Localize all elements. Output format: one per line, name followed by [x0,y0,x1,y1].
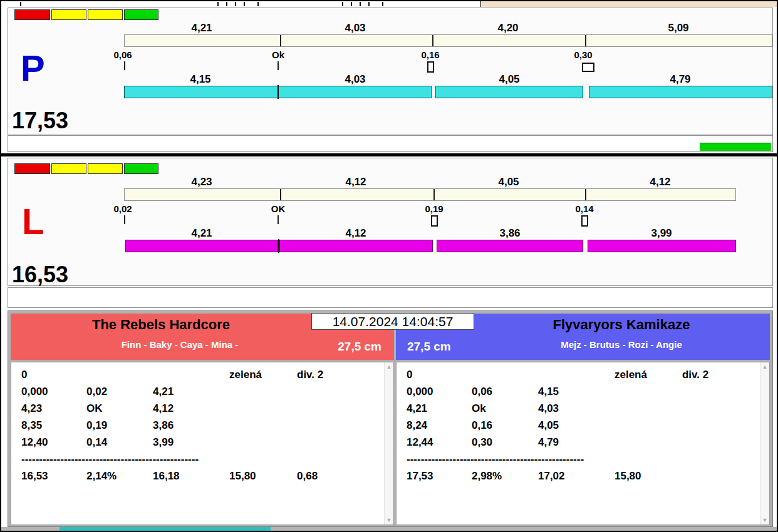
team-name-right: Flyvaryors Kamikaze [471,317,772,333]
division-value: div. 2 [297,366,323,383]
toolbar-tick [351,2,352,6]
light-red[interactable] [14,9,50,20]
lane-l-meter-bar [124,188,736,201]
lane-l-letter: L [22,204,44,239]
team-name-left: The Rebels Hardcore [11,317,311,333]
toolbar-tick [382,2,383,6]
result-header-row: 0zelenádiv. 2 [397,366,769,383]
scrollbar[interactable]: ▲ ▼ [760,362,769,524]
lane-p-run-bar-1 [124,86,278,98]
result-row: 0,0000,064,15 [397,383,769,400]
lane-l-interval-2: 4,12 [312,176,400,188]
lane-panel-p: 4,21 4,03 4,20 5,09 0,06 Ok 0,16 0,30 4,… [8,8,773,135]
light-yellow-1[interactable] [51,163,86,174]
status-value: 0 [407,366,472,383]
light-green[interactable] [124,9,158,20]
meter-divider [432,35,433,46]
toolbar-tick [217,2,219,6]
toolbar-tick [244,2,245,6]
meter-divider [585,189,586,200]
lane-p-mark-1: 0,06 [91,49,154,60]
status-value: 0 [21,366,86,383]
lane-l-total-time: 16,53 [12,262,68,287]
lane-p-fault-box-1[interactable] [427,61,434,73]
run-bar-divider [278,239,279,253]
scroll-down-icon[interactable]: ▼ [760,517,769,523]
results-panel: The Rebels Hardcore Finn - Baky - Caya -… [8,310,773,527]
lane-l-run-bar-3 [437,240,583,252]
lane-p-status-row [8,135,773,152]
lane-l-fault-box-1[interactable] [431,215,438,227]
lane-l-interval-3: 4,05 [465,176,552,188]
lane-p-interval-3: 4,20 [464,22,552,34]
lane-l-interval-4: 4,12 [616,176,704,188]
separator-row: ----------------------------------------… [397,451,769,468]
lane-p-run-bar-4 [589,86,772,98]
division-value: div. 2 [682,366,708,383]
toolbar-tick [235,2,236,6]
lane-l-dogtime-1: 4,21 [158,227,246,240]
lane-p-interval-1: 4,21 [158,22,246,34]
meter-divider [280,189,281,200]
lane-p-mark-3: 0,16 [399,49,462,60]
result-row: 4,21Ok4,03 [397,400,769,417]
result-area-left[interactable]: 0zelenádiv. 2 0,0000,024,21 4,23OK4,12 8… [11,362,394,525]
team-dogs-left: Finn - Baky - Caya - Mina - [11,339,349,350]
light-red[interactable] [14,163,50,174]
lane-p-dogtime-4: 4,79 [636,73,724,86]
lane-p-total-time: 17,53 [12,108,68,133]
datetime-display: 14.07.2024 14:04:57 [311,313,474,330]
taskbar-item [60,527,271,531]
scroll-down-icon[interactable]: ▼ [385,517,393,523]
meter-divider [280,35,281,46]
light-green[interactable] [124,163,158,174]
lane-l-dogtime-3: 3,86 [466,227,554,240]
result-area-right[interactable]: 0zelenádiv. 2 0,0000,064,15 4,21Ok4,03 8… [396,362,770,525]
result-header-row: 0zelenádiv. 2 [11,366,393,383]
lane-l-run-bar-1 [125,240,278,252]
toolbar-remnant [1,1,777,7]
lane-p-interval-2: 4,03 [311,22,399,34]
separator-row: ----------------------------------------… [11,451,393,468]
lane-p-fault-box-2[interactable] [582,63,594,72]
toolbar-tick [360,2,361,6]
lane-p-progress-bar [700,143,771,151]
summary-row: 16,532,14%16,1815,800,68 [11,468,393,484]
meter-divider [433,189,435,200]
team-height-left: 27,5 cm [338,340,381,354]
lane-divider [1,153,777,156]
lane-p-dogtime-3: 4,05 [465,73,553,86]
scroll-up-icon[interactable]: ▲ [385,364,393,370]
light-yellow-1[interactable] [51,9,86,20]
result-row: 8,350,193,86 [11,417,393,434]
meter-divider [585,35,586,46]
run-bar-divider [277,85,279,99]
lane-p-run-bar-2 [278,86,432,98]
scrollbar[interactable]: ▲ ▼ [384,362,393,524]
lane-p-mark-2: Ok [247,49,309,60]
lane-p-run-bar-3 [435,86,583,98]
lane-p-dogtime-2: 4,03 [311,73,399,86]
lane-l-fault-box-2[interactable] [581,215,588,227]
lane-l-status-row [8,287,773,308]
result-row: 4,23OK4,12 [11,400,393,417]
light-yellow-2[interactable] [88,163,123,174]
toolbar-tick [226,2,227,6]
team-height-right: 27,5 cm [407,340,451,354]
lane-l-mark-1: 0,02 [91,203,154,214]
scroll-up-icon[interactable]: ▲ [760,364,769,370]
toolbar-tick [20,2,21,6]
lane-l-dogtime-2: 4,12 [312,227,400,240]
result-row: 8,240,164,05 [397,417,769,434]
result-row: 12,400,143,99 [11,434,393,451]
lane-l-run-bar-2 [279,240,433,252]
lane-l-tick-1 [124,215,125,224]
result-row: 0,0000,024,21 [11,383,393,400]
lane-p-dogtime-1: 4,15 [157,73,244,86]
lane-p-tick-1 [124,61,125,70]
light-yellow-2[interactable] [88,9,123,20]
timing-app-window: 4,21 4,03 4,20 5,09 0,06 Ok 0,16 0,30 4,… [0,0,778,532]
lane-p-letter: P [21,51,45,86]
lane-p-tick-2 [277,61,279,70]
card-value: zelená [615,366,682,383]
